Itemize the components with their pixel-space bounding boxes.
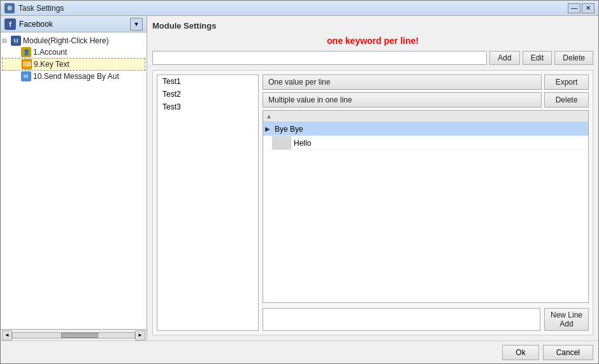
value-row-1[interactable]: Hello bbox=[263, 136, 588, 150]
title-bar: ⚙ Task Settings — ✕ bbox=[1, 1, 598, 16]
delete-button[interactable]: Delete bbox=[554, 51, 593, 65]
scrollbar-thumb bbox=[61, 333, 97, 338]
module-icon: M bbox=[11, 36, 21, 46]
scroll-left[interactable]: ◄ bbox=[2, 330, 12, 340]
cancel-button[interactable]: Cancel bbox=[543, 345, 593, 360]
tree-account[interactable]: 👤 1.Account bbox=[2, 46, 145, 58]
export-btn[interactable]: Export bbox=[544, 74, 589, 90]
facebook-label: Facebook bbox=[19, 20, 130, 29]
left-panel: f Facebook ▼ ⊟ M Module(Right-Click Here… bbox=[1, 16, 147, 340]
module-label: Module(Right-Click Here) bbox=[23, 36, 109, 45]
title-bar-buttons: — ✕ bbox=[568, 3, 595, 13]
right-settings: One value per line Export Multiple value… bbox=[263, 74, 589, 331]
list-item-test3[interactable]: Test3 bbox=[157, 101, 258, 113]
tree-area: ⊟ M Module(Right-Click Here) 👤 1.Account… bbox=[1, 32, 147, 329]
account-icon: 👤 bbox=[21, 47, 31, 57]
keytext-label: 9.Key Text bbox=[34, 60, 69, 69]
multi-value-btn[interactable]: Multiple value in one line bbox=[263, 92, 542, 108]
expand-icon: ⊟ bbox=[2, 38, 11, 44]
keyword-input[interactable] bbox=[152, 51, 487, 65]
main-content: f Facebook ▼ ⊟ M Module(Right-Click Here… bbox=[1, 16, 598, 340]
scrollbar-track[interactable] bbox=[12, 332, 135, 339]
close-button[interactable]: ✕ bbox=[582, 3, 595, 13]
bottom-add-row: New LineAdd bbox=[263, 308, 589, 331]
app-icon: ⚙ bbox=[4, 3, 15, 13]
value-cell-1: Hello bbox=[291, 139, 588, 148]
tree-module[interactable]: ⊟ M Module(Right-Click Here) bbox=[2, 35, 145, 46]
one-value-btn[interactable]: One value per line bbox=[263, 74, 542, 90]
list-item-test1[interactable]: Test1 bbox=[157, 75, 258, 88]
keyword-warning: one keyword per line! bbox=[152, 36, 593, 46]
tree-sendmsg[interactable]: ✉ 10.Send Message By Aut bbox=[2, 71, 145, 82]
dropdown-arrow[interactable]: ▼ bbox=[130, 18, 143, 31]
right-panel: Module Settings one keyword per line! Ad… bbox=[147, 16, 598, 340]
facebook-icon: f bbox=[4, 18, 16, 30]
main-window: ⚙ Task Settings — ✕ f Facebook ▼ ⊟ M Mod… bbox=[0, 0, 599, 364]
list-panel: Test1 Test2 Test3 bbox=[157, 74, 259, 331]
new-line-input[interactable] bbox=[263, 308, 540, 331]
keytext-icon: ⌨ bbox=[22, 59, 32, 69]
value-row-0[interactable]: ▶ Bye Bye bbox=[263, 122, 588, 136]
window-title: Task Settings bbox=[18, 4, 568, 13]
module-settings-area: Test1 Test2 Test3 One value per line Exp… bbox=[152, 70, 593, 335]
settings-row: Test1 Test2 Test3 One value per line Exp… bbox=[157, 74, 589, 331]
add-button[interactable]: Add bbox=[489, 51, 519, 65]
minimize-button[interactable]: — bbox=[568, 3, 581, 13]
scroll-right[interactable]: ► bbox=[135, 330, 145, 340]
left-scrollbar: ◄ ► bbox=[1, 329, 147, 340]
list-item-test2[interactable]: Test2 bbox=[157, 88, 258, 101]
settings-delete-btn[interactable]: Delete bbox=[544, 92, 589, 108]
ok-button[interactable]: Ok bbox=[502, 345, 538, 360]
tree-keytext[interactable]: ⌨ 9.Key Text bbox=[2, 58, 145, 71]
left-panel-header: f Facebook ▼ bbox=[1, 16, 147, 32]
value-cell-0: Bye Bye bbox=[272, 125, 588, 134]
new-line-add-button[interactable]: New LineAdd bbox=[544, 308, 589, 331]
footer-bar: Ok Cancel bbox=[1, 340, 598, 363]
settings-buttons-row-1: One value per line Export bbox=[263, 74, 589, 90]
edit-button[interactable]: Edit bbox=[523, 51, 552, 65]
row-num-1 bbox=[272, 136, 291, 150]
account-label: 1.Account bbox=[33, 48, 67, 57]
panel-title: Module Settings bbox=[152, 21, 593, 31]
sendmsg-label: 10.Send Message By Aut bbox=[33, 72, 119, 81]
value-table: ▲ ▶ Bye Bye Hello bbox=[263, 110, 589, 303]
settings-buttons-row-2: Multiple value in one line Delete bbox=[263, 92, 589, 108]
top-controls: Add Edit Delete bbox=[152, 51, 593, 65]
send-icon: ✉ bbox=[21, 71, 31, 81]
row-arrow-0: ▶ bbox=[263, 125, 272, 132]
